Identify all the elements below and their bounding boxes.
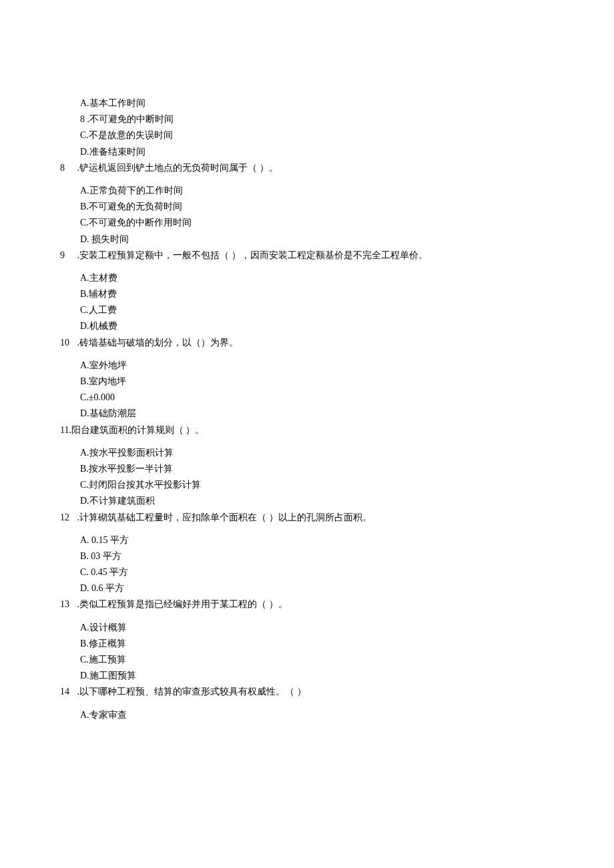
- q7-options: A.基本工作时间 8 .不可避免的中断时间 C.不是故意的失误时间 D.准备结束…: [60, 97, 554, 158]
- q10-option-a: A.室外地坪: [80, 360, 554, 372]
- q8-number: 8: [60, 162, 75, 174]
- q9-option-a: A.主材费: [80, 272, 554, 284]
- q10-option-d: D.基础防潮层: [80, 408, 554, 420]
- q10-text: .砖墙基础与破墙的划分，以（）为界。: [75, 338, 238, 348]
- q13-text: .类似工程预算是指已经编好并用于某工程的（ ）。: [75, 599, 288, 609]
- q8-option-d: D. 损失时间: [80, 234, 554, 246]
- q7-option-a: A.基本工作时间: [80, 97, 554, 109]
- q12-option-b: B. 03 平方: [80, 550, 554, 562]
- q9-option-b: B.辅材费: [80, 288, 554, 300]
- q11-option-d: D.不计算建筑面积: [80, 495, 554, 507]
- q14-stem: 14 .以下哪种工程预、结算的审查形式较具有权威性。（ ）: [60, 686, 554, 698]
- q12-option-c: C. 0.45 平方: [80, 566, 554, 578]
- q10-number: 10: [60, 337, 75, 349]
- q9-number: 9: [60, 250, 75, 262]
- q8-option-b: B.不可避免的无负荷时间: [80, 201, 554, 213]
- q13-option-d: D.施工图预算: [80, 670, 554, 682]
- q13-option-c: C.施工预算: [80, 654, 554, 666]
- q9-options: A.主材费 B.辅材费 C.人工费 D.机械费: [60, 272, 554, 333]
- q10-options: A.室外地坪 B.室内地坪 C.±0.000 D.基础防潮层: [60, 360, 554, 420]
- q13-options: A.设计概算 B.修正概算 C.施工预算 D.施工图预算: [60, 622, 554, 683]
- q11-stem: 11.阳台建筑面积的计算规则（ ）。: [60, 424, 554, 436]
- q9-option-c: C.人工费: [80, 304, 554, 316]
- q8-option-c: C.不可避免的中断作用时间: [80, 217, 554, 229]
- q7-option-c: C.不是故意的失误时间: [80, 129, 554, 141]
- q14-option-a: A.专家审查: [80, 709, 554, 721]
- q9-text: .安装工程预算定额中，一般不包括（ ），因而安装工程定额基价是不完全工程单价。: [75, 250, 428, 260]
- q8-options: A.正常负荷下的工作时间 B.不可避免的无负荷时间 C.不可避免的中断作用时间 …: [60, 185, 554, 246]
- q14-text: .以下哪种工程预、结算的审查形式较具有权威性。（ ）: [75, 687, 306, 697]
- q7-option-b: 8 .不可避免的中断时间: [80, 113, 554, 125]
- q13-option-a: A.设计概算: [80, 622, 554, 634]
- q8-text: .铲运机返回到铲土地点的无负荷时间属于（ ）。: [75, 163, 278, 173]
- q12-options: A. 0.15 平方 B. 03 平方 C. 0.45 平方 D. 0.6 平方: [60, 534, 554, 595]
- q7-option-d: D.准备结束时间: [80, 146, 554, 158]
- q9-stem: 9 .安装工程预算定额中，一般不包括（ ），因而安装工程定额基价是不完全工程单价…: [60, 250, 554, 262]
- q14-options: A.专家审查: [60, 709, 554, 721]
- q12-option-a: A. 0.15 平方: [80, 534, 554, 546]
- q11-option-c: C.封闭阳台按其水平投影计算: [80, 479, 554, 491]
- q10-option-b: B.室内地坪: [80, 376, 554, 388]
- q10-option-c: C.±0.000: [80, 392, 554, 404]
- q13-number: 13: [60, 598, 75, 610]
- q12-stem: 12 .计算砌筑基础工程量时，应扣除单个面积在（ ）以上的孔洞所占面积。: [60, 512, 554, 524]
- q12-text: .计算砌筑基础工程量时，应扣除单个面积在（ ）以上的孔洞所占面积。: [75, 512, 372, 522]
- q12-option-d: D. 0.6 平方: [80, 582, 554, 594]
- q13-option-b: B.修正概算: [80, 638, 554, 650]
- q13-stem: 13 .类似工程预算是指已经编好并用于某工程的（ ）。: [60, 598, 554, 610]
- q12-number: 12: [60, 512, 75, 524]
- q11-option-b: B.按水平投影一半计算: [80, 463, 554, 475]
- q14-number: 14: [60, 686, 75, 698]
- q10-stem: 10 .砖墙基础与破墙的划分，以（）为界。: [60, 337, 554, 349]
- q11-option-a: A.按水平投影面积计算: [80, 447, 554, 459]
- q8-stem: 8 .铲运机返回到铲土地点的无负荷时间属于（ ）。: [60, 162, 554, 174]
- q9-option-d: D.机械费: [80, 320, 554, 332]
- q11-options: A.按水平投影面积计算 B.按水平投影一半计算 C.封闭阳台按其水平投影计算 D…: [60, 447, 554, 508]
- q8-option-a: A.正常负荷下的工作时间: [80, 185, 554, 197]
